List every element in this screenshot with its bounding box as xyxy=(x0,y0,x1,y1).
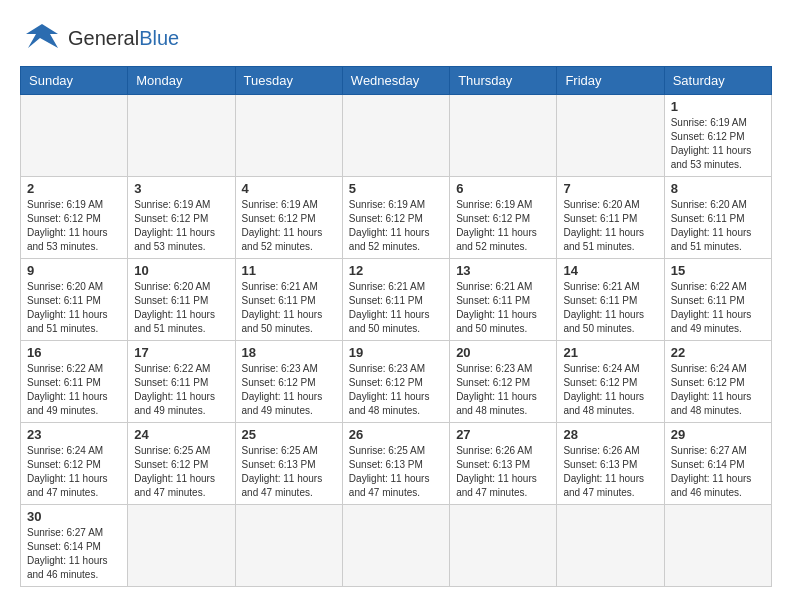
calendar-cell-41 xyxy=(664,505,771,587)
day-number: 13 xyxy=(456,263,550,278)
calendar-cell-34: 29Sunrise: 6:27 AMSunset: 6:14 PMDayligh… xyxy=(664,423,771,505)
day-info: Sunrise: 6:24 AMSunset: 6:12 PMDaylight:… xyxy=(563,362,657,418)
calendar-cell-4 xyxy=(450,95,557,177)
day-number: 19 xyxy=(349,345,443,360)
day-info: Sunrise: 6:27 AMSunset: 6:14 PMDaylight:… xyxy=(27,526,121,582)
day-info: Sunrise: 6:21 AMSunset: 6:11 PMDaylight:… xyxy=(349,280,443,336)
logo-text: GeneralBlue xyxy=(68,27,179,50)
day-info: Sunrise: 6:24 AMSunset: 6:12 PMDaylight:… xyxy=(671,362,765,418)
day-number: 5 xyxy=(349,181,443,196)
day-number: 18 xyxy=(242,345,336,360)
calendar-cell-23: 18Sunrise: 6:23 AMSunset: 6:12 PMDayligh… xyxy=(235,341,342,423)
calendar-cell-21: 16Sunrise: 6:22 AMSunset: 6:11 PMDayligh… xyxy=(21,341,128,423)
day-info: Sunrise: 6:25 AMSunset: 6:13 PMDaylight:… xyxy=(349,444,443,500)
day-info: Sunrise: 6:24 AMSunset: 6:12 PMDaylight:… xyxy=(27,444,121,500)
day-number: 27 xyxy=(456,427,550,442)
day-number: 28 xyxy=(563,427,657,442)
calendar-cell-2 xyxy=(235,95,342,177)
calendar-cell-28: 23Sunrise: 6:24 AMSunset: 6:12 PMDayligh… xyxy=(21,423,128,505)
day-number: 20 xyxy=(456,345,550,360)
weekday-header-saturday: Saturday xyxy=(664,67,771,95)
calendar-cell-38 xyxy=(342,505,449,587)
day-number: 15 xyxy=(671,263,765,278)
calendar-row-5: 30Sunrise: 6:27 AMSunset: 6:14 PMDayligh… xyxy=(21,505,772,587)
weekday-header-tuesday: Tuesday xyxy=(235,67,342,95)
logo: GeneralBlue xyxy=(20,20,179,56)
day-number: 23 xyxy=(27,427,121,442)
calendar-cell-12: 7Sunrise: 6:20 AMSunset: 6:11 PMDaylight… xyxy=(557,177,664,259)
calendar-cell-35: 30Sunrise: 6:27 AMSunset: 6:14 PMDayligh… xyxy=(21,505,128,587)
day-info: Sunrise: 6:26 AMSunset: 6:13 PMDaylight:… xyxy=(456,444,550,500)
day-info: Sunrise: 6:20 AMSunset: 6:11 PMDaylight:… xyxy=(563,198,657,254)
day-number: 21 xyxy=(563,345,657,360)
weekday-header-sunday: Sunday xyxy=(21,67,128,95)
calendar-cell-36 xyxy=(128,505,235,587)
day-info: Sunrise: 6:19 AMSunset: 6:12 PMDaylight:… xyxy=(349,198,443,254)
day-info: Sunrise: 6:22 AMSunset: 6:11 PMDaylight:… xyxy=(134,362,228,418)
day-info: Sunrise: 6:19 AMSunset: 6:12 PMDaylight:… xyxy=(456,198,550,254)
calendar-cell-18: 13Sunrise: 6:21 AMSunset: 6:11 PMDayligh… xyxy=(450,259,557,341)
day-number: 29 xyxy=(671,427,765,442)
day-number: 26 xyxy=(349,427,443,442)
day-number: 22 xyxy=(671,345,765,360)
calendar-cell-39 xyxy=(450,505,557,587)
weekday-header-wednesday: Wednesday xyxy=(342,67,449,95)
day-info: Sunrise: 6:26 AMSunset: 6:13 PMDaylight:… xyxy=(563,444,657,500)
day-info: Sunrise: 6:21 AMSunset: 6:11 PMDaylight:… xyxy=(563,280,657,336)
day-info: Sunrise: 6:22 AMSunset: 6:11 PMDaylight:… xyxy=(671,280,765,336)
calendar-cell-33: 28Sunrise: 6:26 AMSunset: 6:13 PMDayligh… xyxy=(557,423,664,505)
calendar-cell-27: 22Sunrise: 6:24 AMSunset: 6:12 PMDayligh… xyxy=(664,341,771,423)
calendar-cell-0 xyxy=(21,95,128,177)
calendar-cell-26: 21Sunrise: 6:24 AMSunset: 6:12 PMDayligh… xyxy=(557,341,664,423)
calendar-cell-7: 2Sunrise: 6:19 AMSunset: 6:12 PMDaylight… xyxy=(21,177,128,259)
day-info: Sunrise: 6:20 AMSunset: 6:11 PMDaylight:… xyxy=(134,280,228,336)
day-number: 2 xyxy=(27,181,121,196)
day-number: 3 xyxy=(134,181,228,196)
day-info: Sunrise: 6:21 AMSunset: 6:11 PMDaylight:… xyxy=(456,280,550,336)
calendar-cell-9: 4Sunrise: 6:19 AMSunset: 6:12 PMDaylight… xyxy=(235,177,342,259)
calendar-cell-24: 19Sunrise: 6:23 AMSunset: 6:12 PMDayligh… xyxy=(342,341,449,423)
day-number: 6 xyxy=(456,181,550,196)
day-info: Sunrise: 6:23 AMSunset: 6:12 PMDaylight:… xyxy=(456,362,550,418)
day-number: 9 xyxy=(27,263,121,278)
calendar-cell-17: 12Sunrise: 6:21 AMSunset: 6:11 PMDayligh… xyxy=(342,259,449,341)
svg-marker-0 xyxy=(26,24,58,48)
day-number: 25 xyxy=(242,427,336,442)
calendar-cell-5 xyxy=(557,95,664,177)
calendar-cell-19: 14Sunrise: 6:21 AMSunset: 6:11 PMDayligh… xyxy=(557,259,664,341)
calendar-cell-25: 20Sunrise: 6:23 AMSunset: 6:12 PMDayligh… xyxy=(450,341,557,423)
calendar-row-0: 1Sunrise: 6:19 AMSunset: 6:12 PMDaylight… xyxy=(21,95,772,177)
day-number: 24 xyxy=(134,427,228,442)
day-number: 16 xyxy=(27,345,121,360)
day-number: 30 xyxy=(27,509,121,524)
calendar-cell-1 xyxy=(128,95,235,177)
day-info: Sunrise: 6:23 AMSunset: 6:12 PMDaylight:… xyxy=(349,362,443,418)
day-info: Sunrise: 6:19 AMSunset: 6:12 PMDaylight:… xyxy=(134,198,228,254)
calendar-row-1: 2Sunrise: 6:19 AMSunset: 6:12 PMDaylight… xyxy=(21,177,772,259)
calendar-cell-8: 3Sunrise: 6:19 AMSunset: 6:12 PMDaylight… xyxy=(128,177,235,259)
calendar-cell-37 xyxy=(235,505,342,587)
day-number: 14 xyxy=(563,263,657,278)
day-number: 1 xyxy=(671,99,765,114)
day-number: 10 xyxy=(134,263,228,278)
calendar-cell-20: 15Sunrise: 6:22 AMSunset: 6:11 PMDayligh… xyxy=(664,259,771,341)
calendar-row-4: 23Sunrise: 6:24 AMSunset: 6:12 PMDayligh… xyxy=(21,423,772,505)
day-info: Sunrise: 6:19 AMSunset: 6:12 PMDaylight:… xyxy=(27,198,121,254)
day-info: Sunrise: 6:21 AMSunset: 6:11 PMDaylight:… xyxy=(242,280,336,336)
weekday-header-monday: Monday xyxy=(128,67,235,95)
calendar: SundayMondayTuesdayWednesdayThursdayFrid… xyxy=(20,66,772,587)
day-info: Sunrise: 6:20 AMSunset: 6:11 PMDaylight:… xyxy=(671,198,765,254)
calendar-cell-40 xyxy=(557,505,664,587)
day-number: 8 xyxy=(671,181,765,196)
day-info: Sunrise: 6:25 AMSunset: 6:13 PMDaylight:… xyxy=(242,444,336,500)
day-info: Sunrise: 6:23 AMSunset: 6:12 PMDaylight:… xyxy=(242,362,336,418)
logo-icon xyxy=(20,20,64,56)
day-number: 4 xyxy=(242,181,336,196)
calendar-cell-31: 26Sunrise: 6:25 AMSunset: 6:13 PMDayligh… xyxy=(342,423,449,505)
weekday-header-row: SundayMondayTuesdayWednesdayThursdayFrid… xyxy=(21,67,772,95)
day-number: 17 xyxy=(134,345,228,360)
day-info: Sunrise: 6:25 AMSunset: 6:12 PMDaylight:… xyxy=(134,444,228,500)
calendar-cell-10: 5Sunrise: 6:19 AMSunset: 6:12 PMDaylight… xyxy=(342,177,449,259)
calendar-row-3: 16Sunrise: 6:22 AMSunset: 6:11 PMDayligh… xyxy=(21,341,772,423)
calendar-cell-6: 1Sunrise: 6:19 AMSunset: 6:12 PMDaylight… xyxy=(664,95,771,177)
